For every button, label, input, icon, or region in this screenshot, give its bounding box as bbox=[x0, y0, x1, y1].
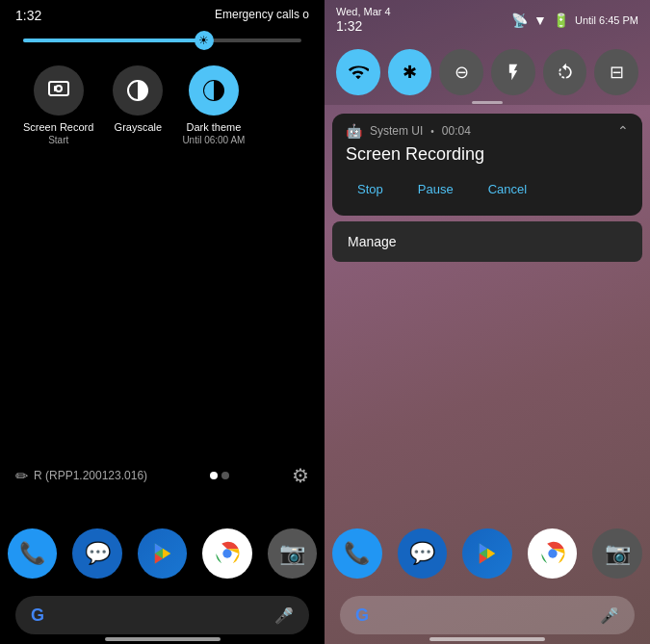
brightness-thumb[interactable] bbox=[195, 31, 214, 50]
right-dock: 📞 💬 📷 bbox=[325, 521, 650, 586]
right-tile-battery-saver[interactable]: ⊟ bbox=[594, 49, 638, 95]
dark-theme-icon bbox=[189, 65, 239, 116]
manage-label: Manage bbox=[348, 234, 397, 249]
battery-text: Until 6:45 PM bbox=[575, 14, 638, 26]
right-search-bar[interactable]: G 🎤 bbox=[340, 596, 635, 634]
grayscale-icon bbox=[113, 65, 163, 116]
stop-button[interactable]: Stop bbox=[342, 174, 399, 204]
notification-actions: Stop Pause Cancel bbox=[332, 174, 642, 216]
battery-saver-icon: ⊟ bbox=[610, 62, 624, 83]
dot-1 bbox=[210, 472, 218, 479]
left-nav-line bbox=[105, 637, 221, 641]
cast-icon: 📡 bbox=[511, 13, 528, 28]
right-time: 1:32 bbox=[336, 18, 391, 34]
notification-header: 🤖 System UI • 00:04 ⌃ bbox=[332, 114, 642, 144]
right-tile-bluetooth[interactable]: ✱ bbox=[388, 49, 432, 95]
notification-title: Screen Recording bbox=[332, 144, 642, 174]
brightness-fill bbox=[23, 39, 204, 42]
phone-icon: 📞 bbox=[19, 541, 45, 566]
right-tile-rotate[interactable] bbox=[543, 49, 587, 95]
right-mic-icon[interactable]: 🎤 bbox=[600, 606, 619, 625]
right-panel: Wed, Mar 4 1:32 📡 ▼ 🔋 Until 6:45 PM ✱ ⊖ bbox=[325, 0, 650, 644]
left-status-bar: 1:32 Emergency calls o bbox=[0, 0, 325, 31]
right-dock-phone[interactable]: 📞 bbox=[332, 528, 382, 579]
svg-rect-0 bbox=[49, 82, 68, 95]
google-logo: G bbox=[31, 605, 44, 626]
notification-time: 00:04 bbox=[442, 124, 471, 138]
right-google-logo: G bbox=[355, 605, 369, 626]
right-nav-line bbox=[429, 637, 545, 641]
svg-point-10 bbox=[222, 549, 231, 557]
right-camera-icon: 📷 bbox=[605, 541, 631, 566]
battery-icon: 🔋 bbox=[553, 13, 569, 28]
dot-separator: • bbox=[430, 126, 434, 137]
svg-marker-14 bbox=[487, 549, 495, 559]
wifi-status-icon: ▼ bbox=[533, 13, 547, 28]
tile-screen-record[interactable]: Screen Record Start bbox=[23, 65, 93, 145]
dark-theme-sublabel: Until 06:00 AM bbox=[182, 135, 245, 145]
right-status-icons: 📡 ▼ 🔋 Until 6:45 PM bbox=[511, 13, 638, 28]
dark-theme-label: Dark theme bbox=[186, 121, 241, 133]
right-chrome-icon bbox=[539, 540, 566, 567]
dock-play[interactable] bbox=[138, 528, 187, 579]
collapse-icon[interactable]: ⌃ bbox=[617, 123, 629, 139]
right-dock-play[interactable] bbox=[462, 528, 512, 579]
cancel-button[interactable]: Cancel bbox=[473, 174, 542, 204]
left-search-bar[interactable]: G 🎤 bbox=[15, 596, 309, 634]
left-panel: 1:32 Emergency calls o Screen Record Sta… bbox=[0, 0, 325, 644]
rotate-icon bbox=[556, 63, 575, 82]
screen-record-sublabel: Start bbox=[48, 135, 68, 145]
dock-messages[interactable]: 💬 bbox=[72, 528, 121, 579]
notification-card: 🤖 System UI • 00:04 ⌃ Screen Recording S… bbox=[332, 114, 642, 216]
build-text: R (RPP1.200123.016) bbox=[34, 469, 147, 482]
dnd-icon: ⊖ bbox=[455, 62, 469, 83]
play-store-icon bbox=[149, 540, 176, 567]
chrome-icon bbox=[214, 540, 241, 567]
right-quick-tiles: ✱ ⊖ ⊟ bbox=[325, 39, 650, 105]
brightness-row[interactable] bbox=[0, 31, 325, 58]
right-tile-dnd[interactable]: ⊖ bbox=[439, 49, 483, 95]
svg-rect-2 bbox=[54, 86, 56, 91]
mic-icon[interactable]: 🎤 bbox=[274, 606, 294, 625]
right-dock-chrome[interactable] bbox=[528, 528, 578, 579]
right-tile-flashlight[interactable] bbox=[491, 49, 535, 95]
svg-marker-8 bbox=[163, 549, 170, 559]
right-status-bar: Wed, Mar 4 1:32 📡 ▼ 🔋 Until 6:45 PM bbox=[325, 0, 650, 39]
bluetooth-icon: ✱ bbox=[403, 62, 417, 83]
camera-icon: 📷 bbox=[279, 541, 305, 566]
emergency-text: Emergency calls o bbox=[215, 8, 309, 21]
svg-point-16 bbox=[548, 549, 557, 557]
screen-record-label: Screen Record bbox=[23, 121, 93, 133]
manage-bar[interactable]: Manage bbox=[332, 221, 642, 262]
right-dock-messages[interactable]: 💬 bbox=[398, 528, 448, 579]
wifi-icon bbox=[348, 62, 369, 83]
pause-button[interactable]: Pause bbox=[403, 174, 469, 204]
left-quick-tiles: Screen Record Start Grayscale D bbox=[0, 58, 325, 153]
dock-phone[interactable]: 📞 bbox=[8, 528, 57, 579]
app-name: System UI bbox=[370, 124, 423, 138]
tile-grayscale[interactable]: Grayscale bbox=[113, 65, 163, 145]
system-ui-icon: 🤖 bbox=[346, 123, 362, 139]
dot-2 bbox=[221, 472, 229, 479]
right-phone-icon: 📞 bbox=[344, 541, 370, 566]
settings-icon[interactable]: ⚙ bbox=[292, 464, 309, 487]
left-bottom-bar: ✏ R (RPP1.200123.016) ⚙ bbox=[0, 456, 325, 495]
brightness-track[interactable] bbox=[23, 39, 301, 42]
left-dock: 📞 💬 📷 bbox=[0, 521, 325, 586]
messages-icon: 💬 bbox=[85, 541, 111, 566]
right-tile-wifi[interactable] bbox=[336, 49, 380, 95]
tile-dark-theme[interactable]: Dark theme Until 06:00 AM bbox=[182, 65, 245, 145]
grayscale-label: Grayscale bbox=[115, 121, 163, 133]
page-dots bbox=[210, 472, 229, 479]
screen-record-icon bbox=[34, 65, 84, 116]
edit-icon[interactable]: ✏ bbox=[15, 467, 28, 485]
left-time: 1:32 bbox=[15, 8, 41, 23]
build-info: ✏ R (RPP1.200123.016) bbox=[15, 467, 147, 485]
right-messages-icon: 💬 bbox=[409, 541, 435, 566]
dock-camera[interactable]: 📷 bbox=[268, 528, 317, 579]
svg-point-1 bbox=[56, 86, 62, 91]
dock-chrome[interactable] bbox=[202, 528, 251, 579]
right-date: Wed, Mar 4 bbox=[336, 6, 391, 17]
flashlight-icon bbox=[504, 63, 523, 82]
right-dock-camera[interactable]: 📷 bbox=[592, 528, 642, 579]
